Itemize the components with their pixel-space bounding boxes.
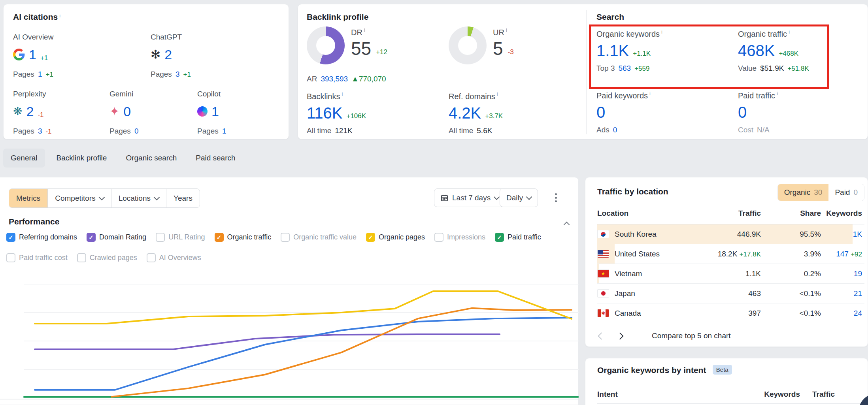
performance-line-chart[interactable]: 27 Jan28 Jan29 Jan30 Jan31 Jan1 Feb2 Feb… [0,249,579,405]
tab-backlink-profile[interactable]: Backlink profile [49,149,115,168]
checkbox-organic-pages[interactable]: ✓Organic pages [366,233,425,242]
years-button[interactable]: Years [166,189,200,207]
checkbox-label: Domain Rating [99,233,146,241]
ar-line: AR 393,593 ▲770,070 [307,75,386,83]
metrics-button[interactable]: Metrics [9,189,47,207]
checkbox-url-rating[interactable]: URL Rating [156,233,205,242]
vertical-divider [586,10,587,134]
checkbox-organic-traffic[interactable]: ✓Organic traffic [215,233,272,242]
table-row[interactable]: ★Vietnam 1.1K 0.2% 19 [597,264,864,284]
divider [0,212,578,212]
table-row[interactable]: ✱Canada 397 <0.1% 24 [597,303,864,323]
info-icon[interactable]: i [506,27,507,33]
ai-overview-value: 1 [29,47,36,62]
gemini-cell: Gemini ✦ 0 Pages 0 [109,90,138,136]
star-icon: ★ [601,271,605,276]
ar-value-link[interactable]: 393,593 [321,75,348,83]
ur-donut [449,26,487,64]
organic-traffic-label: Organic traffic [738,30,787,38]
pages-value-link[interactable]: 0 [134,127,139,136]
pages-label: Pages [151,70,172,79]
col-share[interactable]: Share [761,209,821,218]
info-icon[interactable]: i [661,29,662,35]
organic-traffic-block: Organic traffici 468K +468K Value $51.9K… [738,29,809,73]
locations-dropdown[interactable]: Locations [111,189,166,207]
backlinks-change: +106K [346,112,366,120]
checkbox-label: Organic pages [379,233,425,241]
tab-organic-search[interactable]: Organic search [118,149,184,168]
pages-label: Pages [109,127,131,136]
compare-top5-link[interactable]: Compare top 5 on chart [652,332,731,340]
checkbox-icon [434,233,443,242]
keywords-link[interactable]: 21 [854,289,862,298]
more-options-button[interactable] [555,193,557,202]
competitors-dropdown[interactable]: Competitors [47,189,111,207]
search-title: Search [596,12,624,21]
intent-table-header: Intent Keywords Traffic [597,390,835,399]
toggle-organic[interactable]: Organic 30 [778,184,829,201]
organic-paid-toggle: Organic 30 Paid 0 [777,184,864,201]
keywords-link[interactable]: 24 [854,309,862,317]
checkbox-impressions[interactable]: Impressions [434,233,485,242]
checkbox-paid-traffic[interactable]: ✓Paid traffic [495,233,541,242]
paid-traffic-value[interactable]: 0 [738,104,747,121]
ur-label: UR [493,28,504,37]
toggle-paid[interactable]: Paid 0 [828,184,864,201]
checkbox-domain-rating[interactable]: ✓Domain Rating [87,233,146,242]
ads-value-link[interactable]: 0 [613,126,617,134]
pages-label: Pages [13,127,34,136]
info-icon[interactable]: i [497,91,498,97]
info-icon[interactable]: i [649,90,651,96]
keywords-link[interactable]: 147 [836,250,849,258]
ref-domains-value[interactable]: 4.2K [449,104,481,122]
checkbox-organic-traffic-value[interactable]: Organic traffic value [281,233,357,242]
top3-label: Top 3 [596,64,615,73]
location-name: Japan [615,289,635,298]
checkbox-icon: ✓ [366,233,375,242]
value-amount: $51.9K [760,64,784,73]
perplexity-cell: Perplexity ❋ 2 -1 Pages 3 -1 [13,90,52,136]
col-traffic[interactable]: Traffic [698,209,761,218]
prev-page-button[interactable] [598,332,605,339]
pages-value-link[interactable]: 3 [175,70,180,79]
backlink-search-card: Backlink profile DRi 55 +12 AR 393,593 ▲… [298,4,868,139]
pages-label: Pages [197,127,219,136]
chatgpt-value: 2 [164,47,172,62]
pages-value-link[interactable]: 1 [38,70,42,79]
organic-traffic-value[interactable]: 468K [738,42,775,60]
info-icon[interactable]: i [364,27,365,33]
collapse-section-button[interactable] [564,220,569,227]
top3-value-link[interactable]: 563 [618,64,631,73]
table-row[interactable]: United States 18.2K +17.8K 3.9% 147 +92 [597,244,864,264]
pages-value-link[interactable]: 3 [38,127,42,136]
info-icon[interactable]: i [342,91,343,97]
copilot-value: 1 [211,104,219,119]
paid-keywords-value[interactable]: 0 [596,104,605,121]
next-page-button[interactable] [616,332,623,339]
info-icon[interactable]: i [59,13,60,19]
table-row[interactable]: South Korea 446.9K 95.5% 1K [597,224,864,244]
info-icon[interactable]: i [789,29,790,35]
granularity-dropdown[interactable]: Daily [500,188,538,207]
checkbox-referring-domains[interactable]: ✓Referring domains [6,233,77,242]
pages-value-link[interactable]: 1 [222,127,226,136]
col-traffic: Traffic [800,390,835,399]
paid-traffic-label: Paid traffic [738,91,775,100]
perplexity-change: -1 [38,111,43,119]
organic-keywords-value[interactable]: 1.1K [596,42,629,60]
tab-paid-search[interactable]: Paid search [188,149,243,168]
col-location[interactable]: Location [597,209,698,218]
keywords-link[interactable]: 19 [854,269,862,278]
col-keywords[interactable]: Keywords [821,209,862,218]
perplexity-value: 2 [26,104,34,119]
backlinks-value[interactable]: 116K [307,104,342,122]
table-row[interactable]: Japan 463 <0.1% 21 [597,284,864,303]
chevron-down-icon [154,194,160,201]
info-icon[interactable]: i [777,90,778,96]
keywords-by-intent-card: Organic keywords by intent Beta Intent K… [585,358,868,405]
checkbox-icon: ✓ [495,233,504,242]
keywords-link[interactable]: 1K [853,230,862,238]
date-range-dropdown[interactable]: Last 7 days [434,188,506,207]
tab-general[interactable]: General [3,149,45,168]
dashboard-page: AI citationsi AI Overview 1 +1 Pages [0,0,868,405]
